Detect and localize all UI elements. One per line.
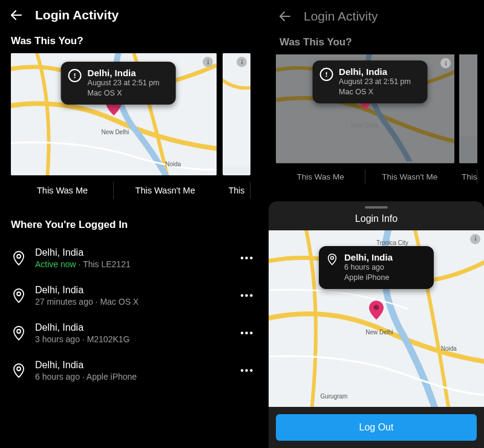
map[interactable]: Delhi, India 6 hours ago Apple iPhone Ne… — [269, 230, 484, 407]
more-icon[interactable]: ••• — [237, 290, 258, 301]
session-location: Delhi, India — [35, 322, 228, 333]
info-icon[interactable] — [470, 234, 480, 244]
login-card-peek: This — [459, 54, 477, 190]
svg-rect-2 — [208, 62, 209, 65]
bubble-time: August 23 at 2:51 pm — [339, 77, 411, 87]
bubble-device: Apple iPhone — [344, 273, 393, 283]
location-pin-icon — [326, 253, 338, 265]
bubble-device: Mac OS X — [88, 88, 160, 99]
map[interactable]: Delhi, India August 23 at 2:51 pm Mac OS… — [11, 53, 217, 175]
login-cards-row[interactable]: Delhi, India August 23 at 2:51 pm Mac OS… — [0, 53, 269, 206]
header: Login Activity — [0, 0, 269, 28]
svg-rect-8 — [241, 62, 243, 65]
this-was-me-button[interactable]: This Was Me — [11, 175, 114, 206]
this-was-me-button-peek[interactable]: This — [223, 175, 250, 206]
area-label: Noida — [165, 161, 181, 167]
svg-point-21 — [474, 236, 476, 238]
session-row[interactable]: Delhi, India 3 hours ago · M2102K1G ••• — [6, 314, 263, 352]
login-card: Delhi, India August 23 at 2:51 pm Mac OS… — [276, 54, 454, 190]
location-pin-icon — [11, 326, 27, 340]
svg-point-10 — [17, 292, 21, 296]
login-cards-row: Delhi, India August 23 at 2:51 pm Mac OS… — [269, 54, 484, 190]
session-detail: 27 minutes ago · Mac OS X — [35, 297, 228, 307]
svg-point-14 — [445, 60, 446, 62]
this-wasnt-me-button[interactable]: This Wasn't Me — [365, 163, 455, 190]
svg-point-23 — [331, 256, 334, 259]
svg-point-7 — [241, 59, 242, 60]
session-row[interactable]: Delhi, India 27 minutes ago · Mac OS X •… — [6, 277, 263, 314]
map — [223, 53, 250, 175]
sheet-handle[interactable] — [365, 206, 388, 209]
login-bubble: Delhi, India August 23 at 2:51 pm Mac OS… — [312, 60, 427, 103]
map-pin-icon — [369, 300, 384, 322]
svg-point-24 — [374, 305, 379, 310]
area-label: Noida — [441, 345, 457, 352]
area-label: Gurugram — [320, 393, 347, 400]
screen-login-activity: Login Activity Was This You? — [0, 0, 269, 448]
login-info-sheet: Login Info Delhi, India 6 hours ago — [269, 201, 484, 448]
confirm-row: This Was Me This Wasn't Me — [276, 163, 454, 190]
more-icon[interactable]: ••• — [237, 328, 258, 339]
location-pin-icon — [11, 251, 27, 265]
bubble-device: Mac OS X — [339, 87, 411, 97]
login-bubble: Delhi, India 6 hours ago Apple iPhone — [319, 246, 434, 289]
login-card-peek[interactable]: This — [223, 53, 250, 206]
city-label: New Delhi — [365, 329, 393, 336]
session-location: Delhi, India — [35, 360, 228, 371]
session-row[interactable]: Delhi, India 6 hours ago · Apple iPhone … — [6, 352, 263, 389]
login-bubble: Delhi, India August 23 at 2:51 pm Mac OS… — [61, 62, 176, 105]
city-label: New Delhi — [102, 129, 129, 135]
section-was-this-you: Was This You? — [0, 28, 269, 53]
svg-point-4 — [74, 77, 76, 78]
svg-rect-16 — [325, 72, 327, 75]
info-icon[interactable] — [237, 57, 247, 67]
map: Delhi, India August 23 at 2:51 pm Mac OS… — [276, 54, 454, 163]
svg-rect-3 — [74, 73, 76, 76]
svg-point-11 — [17, 330, 21, 333]
page-title: Login Activity — [35, 8, 119, 22]
bubble-location: Delhi, India — [339, 67, 411, 77]
bubble-time: August 23 at 2:51 pm — [88, 78, 160, 88]
this-was-me-button[interactable]: This Was Me — [276, 163, 365, 190]
session-detail: 3 hours ago · M2102K1G — [35, 334, 228, 344]
more-icon[interactable]: ••• — [237, 365, 258, 376]
svg-point-12 — [17, 367, 21, 371]
section-where-logged-in: Where You're Logged In — [0, 206, 269, 237]
info-icon[interactable] — [203, 57, 213, 67]
city-label: New Delhi — [351, 122, 379, 129]
this-wasnt-me-button[interactable]: This Wasn't Me — [114, 175, 217, 206]
bubble-time: 6 hours ago — [344, 262, 393, 273]
page-title: Login Activity — [304, 9, 378, 24]
area-label: Tronica City — [376, 239, 408, 246]
session-detail: Active now · This LE2121 — [35, 259, 228, 269]
alert-icon — [319, 68, 333, 81]
location-pin-icon — [11, 288, 27, 303]
session-row[interactable]: Delhi, India Active now · This LE2121 ••… — [6, 239, 263, 277]
svg-rect-15 — [445, 63, 446, 66]
map — [459, 54, 477, 163]
svg-rect-19 — [459, 54, 477, 136]
alert-icon — [68, 69, 82, 82]
header: Login Activity — [269, 0, 484, 29]
session-detail: 6 hours ago · Apple iPhone — [35, 372, 228, 381]
log-out-button[interactable]: Log Out — [276, 414, 477, 441]
bubble-location: Delhi, India — [344, 252, 393, 262]
svg-point-17 — [325, 76, 327, 77]
sheet-title: Login Info — [269, 211, 484, 230]
section-was-this-you: Was This You? — [269, 29, 484, 54]
back-icon[interactable] — [277, 8, 293, 24]
svg-point-1 — [207, 59, 208, 60]
info-icon — [440, 58, 451, 68]
location-pin-icon — [11, 363, 27, 378]
session-location: Delhi, India — [35, 285, 228, 296]
this-was-me-button-peek[interactable]: This — [459, 163, 477, 190]
bubble-location: Delhi, India — [88, 68, 160, 78]
sessions-list: Delhi, India Active now · This LE2121 ••… — [0, 237, 269, 389]
more-icon[interactable]: ••• — [237, 253, 258, 264]
svg-point-9 — [17, 255, 21, 258]
svg-rect-22 — [475, 238, 476, 241]
back-icon[interactable] — [8, 7, 24, 23]
screen-login-info: Login Activity Was This You? Delhi, Indi — [269, 0, 484, 448]
login-card: Delhi, India August 23 at 2:51 pm Mac OS… — [11, 53, 217, 206]
svg-rect-6 — [223, 53, 250, 166]
